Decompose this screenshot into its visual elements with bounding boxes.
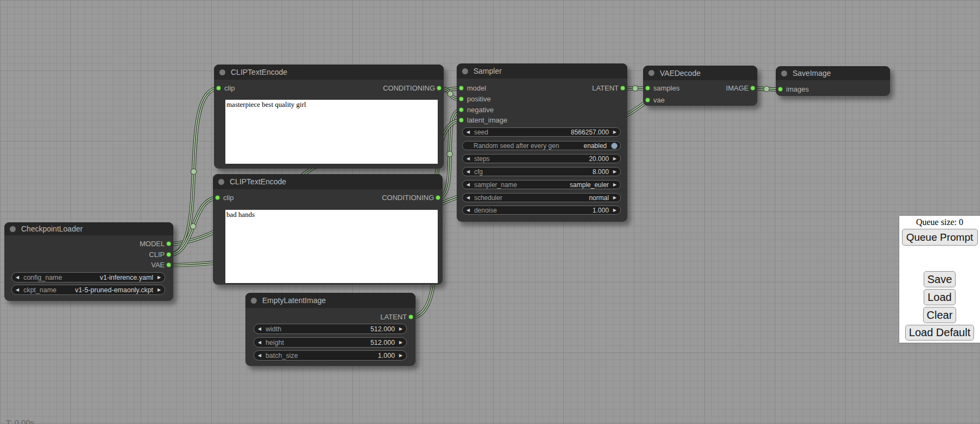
- decrement-arrow-icon[interactable]: ◀: [466, 157, 470, 161]
- collapse-dot-icon[interactable]: [219, 69, 225, 75]
- input-port-label-model: model: [467, 84, 486, 93]
- input-port-negative-icon[interactable]: [459, 107, 464, 112]
- save-button[interactable]: Save: [924, 271, 956, 287]
- output-port-vae-icon[interactable]: [166, 262, 171, 267]
- output-port-label-clip: CLIP: [149, 250, 165, 259]
- increment-arrow-icon[interactable]: ▶: [613, 130, 616, 134]
- link-midpoint-dot: [632, 86, 638, 91]
- output-port-latent-icon[interactable]: [620, 86, 625, 91]
- increment-arrow-icon[interactable]: ▶: [399, 341, 403, 345]
- input-port-clip-icon[interactable]: [216, 86, 221, 91]
- decrement-arrow-icon[interactable]: ◀: [16, 275, 19, 280]
- collapse-dot-icon[interactable]: [218, 179, 224, 185]
- widget-label: steps: [474, 155, 490, 163]
- increment-arrow-icon[interactable]: ▶: [158, 275, 161, 280]
- load-default-button[interactable]: Load Default: [905, 325, 974, 341]
- increment-arrow-icon[interactable]: ▶: [613, 157, 616, 161]
- node-title-bar[interactable]: CLIPTextEncode: [213, 174, 443, 189]
- widget-value: enabled: [583, 142, 607, 150]
- widget-value: v1-inference.yaml: [100, 274, 153, 281]
- widget-label: height: [265, 339, 284, 346]
- toggle-icon[interactable]: [611, 143, 618, 149]
- prompt-textarea[interactable]: masterpiece best quality girl: [225, 100, 438, 164]
- decrement-arrow-icon[interactable]: ◀: [16, 288, 19, 292]
- widget-scheduler[interactable]: ◀ scheduler normal ▶: [462, 193, 621, 202]
- output-port-clip-icon[interactable]: [166, 252, 171, 257]
- load-button[interactable]: Load: [924, 289, 956, 305]
- node-title: Sampler: [473, 67, 502, 75]
- widget-denoise[interactable]: ◀ denoise 1.000 ▶: [462, 205, 621, 215]
- decrement-arrow-icon[interactable]: ◀: [466, 196, 470, 200]
- increment-arrow-icon[interactable]: ▶: [613, 208, 616, 213]
- increment-arrow-icon[interactable]: ▶: [613, 196, 616, 200]
- output-port-model-icon[interactable]: [166, 241, 171, 246]
- node-title-bar[interactable]: Sampler: [457, 63, 627, 79]
- widget-label: sampler_name: [474, 181, 517, 189]
- decrement-arrow-icon[interactable]: ◀: [258, 354, 261, 358]
- input-port-clip-icon[interactable]: [215, 195, 220, 200]
- node-title: EmptyLatentImage: [262, 296, 326, 305]
- output-port-conditioning-icon[interactable]: [436, 195, 440, 200]
- collapse-dot-icon[interactable]: [781, 70, 787, 76]
- input-port-model-icon[interactable]: [459, 86, 464, 91]
- widget-random-seed-toggle[interactable]: Random seed after every gen enabled: [462, 141, 621, 150]
- widget-steps[interactable]: ◀ steps 20.000 ▶: [462, 154, 621, 163]
- increment-arrow-icon[interactable]: ▶: [613, 183, 616, 187]
- output-port-latent-icon[interactable]: [408, 314, 413, 319]
- decrement-arrow-icon[interactable]: ◀: [466, 208, 470, 213]
- increment-arrow-icon[interactable]: ▶: [399, 354, 403, 358]
- node-title-bar[interactable]: CheckpointLoader: [4, 222, 173, 235]
- widget-batch-size[interactable]: ◀ batch_size 1.000 ▶: [254, 350, 407, 361]
- node-title-bar[interactable]: CLIPTextEncode: [214, 65, 444, 80]
- node-title-bar[interactable]: VAEDecode: [643, 66, 757, 80]
- clear-button[interactable]: Clear: [923, 307, 957, 323]
- node-title-bar[interactable]: SaveImage: [776, 66, 890, 80]
- node-cliptextencode-positive[interactable]: CLIPTextEncode clip CONDITIONING masterp…: [214, 65, 444, 169]
- input-port-label-vae: vae: [653, 96, 665, 105]
- prompt-textarea[interactable]: bad hands: [225, 210, 438, 283]
- node-saveimage[interactable]: SaveImage images: [776, 66, 890, 96]
- decrement-arrow-icon[interactable]: ◀: [466, 130, 470, 134]
- decrement-arrow-icon[interactable]: ◀: [466, 170, 470, 174]
- increment-arrow-icon[interactable]: ▶: [399, 327, 403, 331]
- widget-seed[interactable]: ◀ seed 8566257.000 ▶: [462, 127, 621, 137]
- node-cliptextencode-negative[interactable]: CLIPTextEncode clip CONDITIONING bad han…: [213, 174, 443, 285]
- input-port-latent-image-icon[interactable]: [459, 118, 464, 123]
- decrement-arrow-icon[interactable]: ◀: [258, 341, 261, 345]
- output-port-conditioning-icon[interactable]: [437, 86, 442, 91]
- decrement-arrow-icon[interactable]: ◀: [258, 327, 261, 331]
- widget-height[interactable]: ◀ height 512.000 ▶: [254, 337, 407, 348]
- input-port-vae-icon[interactable]: [645, 98, 650, 102]
- widget-value: 512.000: [371, 325, 395, 333]
- widget-ckpt-name[interactable]: ◀ ckpt_name v1-5-pruned-emaonly.ckpt ▶: [11, 285, 165, 295]
- widget-sampler-name[interactable]: ◀ sampler_name sample_euler ▶: [462, 180, 621, 189]
- output-port-image-icon[interactable]: [750, 86, 755, 91]
- widget-value: 1.000: [593, 207, 609, 214]
- increment-arrow-icon[interactable]: ▶: [613, 170, 616, 174]
- input-port-images-icon[interactable]: [778, 87, 783, 92]
- output-port-label-latent: LATENT: [380, 313, 407, 322]
- collapse-dot-icon[interactable]: [10, 226, 16, 232]
- queue-menu-panel: Queue size: 0 Queue Prompt Save Load Cle…: [899, 216, 980, 343]
- node-title-bar[interactable]: EmptyLatentImage: [245, 293, 416, 308]
- widget-config-name[interactable]: ◀ config_name v1-inference.yaml ▶: [11, 272, 165, 282]
- increment-arrow-icon[interactable]: ▶: [158, 288, 161, 292]
- input-port-positive-icon[interactable]: [459, 97, 464, 101]
- collapse-dot-icon[interactable]: [462, 68, 468, 74]
- node-title: CheckpointLoader: [21, 224, 83, 233]
- widget-label: denoise: [474, 207, 497, 214]
- input-port-samples-icon[interactable]: [645, 86, 650, 91]
- collapse-dot-icon[interactable]: [648, 70, 654, 76]
- widget-cfg[interactable]: ◀ cfg 8.000 ▶: [462, 167, 621, 176]
- queue-prompt-button[interactable]: Queue Prompt: [902, 229, 978, 246]
- node-emptylatentimage[interactable]: EmptyLatentImage LATENT ◀ width 512.000 …: [245, 293, 416, 366]
- graph-canvas[interactable]: T: 0.00s CheckpointLoader MODEL CLIP VAE…: [0, 0, 980, 424]
- decrement-arrow-icon[interactable]: ◀: [466, 183, 470, 187]
- node-title: VAEDecode: [660, 69, 700, 78]
- node-vaedecode[interactable]: VAEDecode samples vae IMAGE: [643, 66, 757, 106]
- node-sampler[interactable]: Sampler model positive negative latent_i…: [457, 63, 627, 222]
- node-checkpointloader[interactable]: CheckpointLoader MODEL CLIP VAE ◀ config…: [4, 222, 173, 301]
- widget-label: Random seed after every gen: [473, 142, 559, 150]
- collapse-dot-icon[interactable]: [251, 298, 257, 304]
- widget-width[interactable]: ◀ width 512.000 ▶: [254, 324, 407, 334]
